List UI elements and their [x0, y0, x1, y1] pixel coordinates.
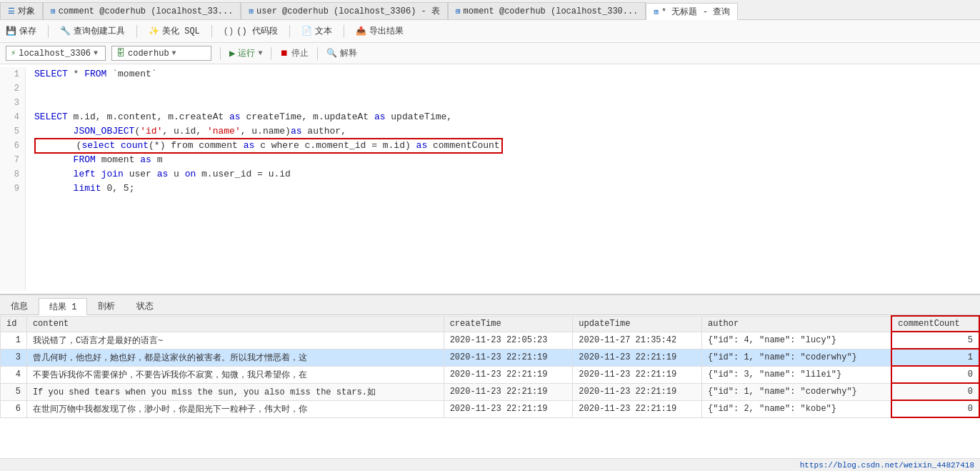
code-line-5[interactable]: JSON_OBJECT('id', u.id, 'name', u.name)a…	[34, 124, 971, 139]
cell-author: {"id": 1, "name": "coderwhy"}	[701, 349, 891, 366]
token	[34, 124, 74, 139]
stop-button[interactable]: ⏹ 停止	[280, 47, 309, 59]
token: `moment`	[106, 67, 156, 81]
tab-object-label: 对象	[18, 5, 35, 17]
col-header-author: author	[701, 316, 891, 332]
tab-moment-label: moment @coderhub (localhost_330...	[464, 6, 639, 16]
token: as	[374, 110, 386, 124]
text-button-icon: 📄	[301, 26, 312, 36]
token: count	[121, 140, 149, 151]
host-select[interactable]: ⚡ localhost_3306 ▼	[6, 46, 106, 61]
line-num-6: 6	[6, 139, 19, 153]
token: m.id, m.content, m.createAt	[68, 110, 229, 124]
tab-user[interactable]: ⊞user @coderhub (localhost_3306) - 表	[241, 2, 447, 19]
conn-sep3	[317, 47, 318, 60]
token: JSON_OBJECT	[74, 124, 135, 139]
beautify-button[interactable]: ✨美化 SQL	[149, 25, 200, 37]
stop-icon: ⏹	[280, 48, 289, 59]
cell-id: 3	[1, 349, 27, 366]
token: on	[185, 167, 196, 182]
code-line-7[interactable]: FROM moment as m	[34, 153, 971, 167]
tab-object[interactable]: ☰对象	[0, 2, 43, 19]
export-button[interactable]: 📤导出结果	[356, 25, 404, 37]
toolbar-sep-2	[136, 25, 137, 38]
cell-createTime: 2020-11-23 22:21:19	[444, 383, 573, 400]
col-header-createTime: createTime	[444, 316, 573, 332]
host-arrow-icon: ▼	[94, 49, 98, 57]
tab-comment[interactable]: ⊞comment @coderhub (localhost_33...	[43, 2, 241, 19]
status-url: https://blog.csdn.net/weixin_44827418	[800, 461, 974, 470]
token: (	[37, 140, 81, 151]
code-line-6[interactable]: (select count(*) from comment as c where…	[34, 139, 971, 153]
line-num-8: 8	[6, 167, 19, 182]
line-num-9: 9	[6, 182, 19, 196]
table-row[interactable]: 6在世间万物中我都发现了你，渺小时，你是阳光下一粒种子，伟大时，你2020-11…	[1, 400, 980, 417]
run-button[interactable]: ▶ 运行 ▼	[229, 47, 262, 59]
result-tab-状态[interactable]: 状态	[126, 297, 164, 314]
result-tab-信息[interactable]: 信息	[0, 297, 39, 314]
col-header-commentCount: commentCount	[891, 316, 979, 332]
cell-commentCount: 0	[891, 383, 979, 400]
code-line-1[interactable]: SELECT * FROM `moment`	[34, 67, 971, 81]
run-label: 运行	[238, 47, 255, 59]
token: SELECT	[34, 67, 68, 81]
cell-id: 1	[1, 332, 27, 349]
cell-content: 曾几何时，他也好，她也好，都是这家伙的被害者。所以我才憎恶着，这	[26, 349, 444, 366]
code-line-2[interactable]	[34, 81, 971, 96]
table-row[interactable]: 5If you shed tears when you miss the sun…	[1, 383, 980, 400]
token: user	[124, 167, 157, 182]
token: *	[68, 67, 84, 81]
connection-bar: ⚡ localhost_3306 ▼ 🗄 coderhub ▼ ▶ 运行 ▼ ⏹…	[0, 43, 980, 64]
token	[115, 140, 121, 151]
code-line-9[interactable]: limit 0, 5;	[34, 182, 971, 196]
cell-createTime: 2020-11-23 22:21:19	[444, 400, 573, 417]
token: where	[271, 140, 299, 151]
db-icon: 🗄	[116, 48, 125, 59]
host-label: localhost_3306	[19, 49, 91, 59]
token: , u.name)	[241, 124, 291, 139]
token: commentCount	[427, 140, 499, 151]
conn-sep2	[271, 47, 271, 60]
token: limit	[74, 182, 101, 196]
result-tab-结果-1[interactable]: 结果 1	[39, 298, 87, 315]
tab-moment-icon: ⊞	[456, 6, 461, 16]
token: u	[168, 167, 184, 182]
cell-updateTime: 2020-11-23 22:21:19	[573, 383, 702, 400]
toolbar-sep-5	[344, 25, 344, 38]
tab-query[interactable]: ⊞* 无标题 - 查询	[646, 3, 738, 20]
token: author,	[302, 124, 346, 139]
explain-icon: 🔍	[326, 48, 337, 59]
code-line-4[interactable]: SELECT m.id, m.content, m.createAt as cr…	[34, 110, 971, 124]
toolbar-sep-3	[211, 25, 212, 38]
cell-content: If you shed tears when you miss the sun,…	[26, 383, 444, 400]
result-table: idcontentcreateTimeupdateTimeauthorcomme…	[0, 315, 980, 418]
result-tab-剖析[interactable]: 剖析	[87, 297, 126, 314]
db-select[interactable]: 🗄 coderhub ▼	[111, 46, 211, 61]
token: as	[291, 124, 302, 139]
bottom-panel: 信息结果 1剖析状态 idcontentcreateTimeupdateTime…	[0, 294, 980, 458]
stop-label: 停止	[291, 47, 309, 59]
tab-moment[interactable]: ⊞moment @coderhub (localhost_330...	[448, 2, 646, 19]
table-row[interactable]: 1我说错了，C语言才是最好的语言~2020-11-23 22:05:232020…	[1, 332, 980, 349]
save-button-icon: 💾	[6, 26, 16, 36]
code-snippet-button-icon: ()	[224, 26, 234, 36]
table-row[interactable]: 4不要告诉我你不需要保护，不要告诉我你不寂寞，知微，我只希望你，在2020-11…	[1, 366, 980, 383]
code-line-3[interactable]	[34, 96, 971, 110]
token	[34, 182, 74, 196]
code-line-8[interactable]: left join user as u on m.user_id = u.id	[34, 167, 971, 182]
text-button[interactable]: 📄文本	[301, 25, 332, 37]
query-builder-button[interactable]: 🔧查询创建工具	[60, 25, 125, 37]
table-row[interactable]: 3曾几何时，他也好，她也好，都是这家伙的被害者。所以我才憎恶着，这2020-11…	[1, 349, 980, 366]
token	[34, 167, 74, 182]
toolbar: 💾保存🔧查询创建工具✨美化 SQL()() 代码段📄文本📤导出结果	[0, 20, 980, 43]
explain-button[interactable]: 🔍 解释	[326, 47, 357, 59]
token: comment	[194, 140, 244, 151]
save-button[interactable]: 💾保存	[6, 25, 36, 37]
export-button-icon: 📤	[356, 26, 366, 36]
tab-user-label: user @coderhub (localhost_3306) - 表	[256, 5, 440, 17]
token: (	[134, 124, 140, 139]
code-snippet-button[interactable]: ()() 代码段	[224, 25, 278, 37]
code-content[interactable]: SELECT * FROM `moment`SELECT m.id, m.con…	[26, 67, 980, 291]
tab-bar: ☰对象⊞comment @coderhub (localhost_33...⊞u…	[0, 0, 980, 20]
token: updateTime,	[386, 110, 453, 124]
